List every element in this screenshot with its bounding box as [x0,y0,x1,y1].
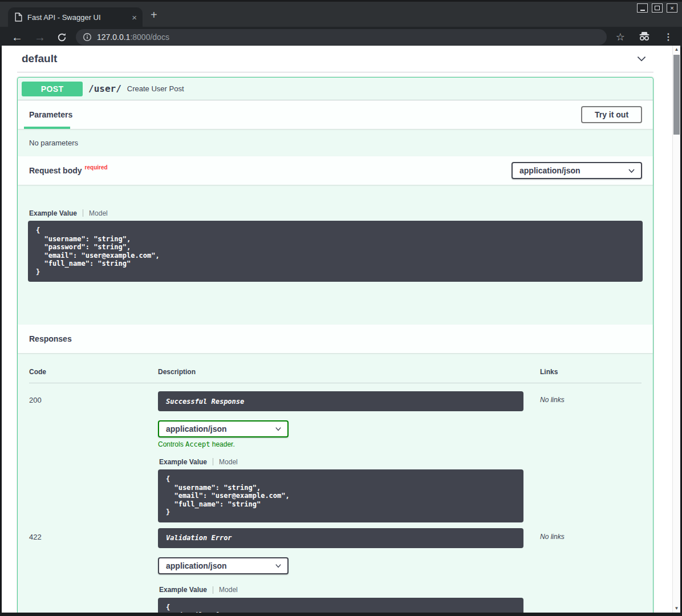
request-body-header: Request body required application/json [18,156,653,185]
response-code: 422 [29,528,158,613]
col-description: Description [158,368,540,376]
tab-model[interactable]: Model [89,209,108,217]
example-model-tabs: Example Value Model [158,457,540,466]
response-row-200: 200 Successful Response application/json… [29,383,642,522]
responses-header: Responses [18,325,653,353]
url-path: :8000/docs [130,33,169,42]
response-links: No links [540,528,642,613]
url-host: 127.0.0.1 [97,33,130,42]
response-description: Validation Error [158,528,523,548]
info-icon[interactable] [83,33,92,42]
responses-table: Code Description Links 200 Successful Re… [18,353,653,613]
request-example-code: { "username": "string", "password": "str… [28,221,643,282]
api-section-header[interactable]: default [17,48,653,72]
controls-code: Accept [185,440,210,448]
tab-example-value[interactable]: Example Value [159,458,207,466]
tab-model[interactable]: Model [219,458,238,466]
endpoint-summary: Create User Post [127,84,184,93]
scrollbar-thumb[interactable] [673,55,680,135]
opblock-summary[interactable]: POST /user/ Create User Post [18,78,653,100]
incognito-icon [638,31,651,43]
required-badge: required [85,164,108,171]
request-body-title: Request body [29,166,82,175]
scroll-down-icon[interactable]: ▼ [673,605,680,613]
response-description: Successful Response [158,391,523,411]
tab-parameters: Parameters [29,110,72,119]
response-media-type-value: application/json [166,561,227,570]
chevron-down-icon [275,425,282,432]
controls-suffix: header. [210,440,234,448]
bookmark-star-icon[interactable]: ☆ [616,32,625,42]
tab-example-value[interactable]: Example Value [29,209,77,217]
opblock-post-user: POST /user/ Create User Post Parameters … [17,77,653,613]
parameters-header: Parameters Try it out [18,100,653,129]
request-body-section: Example Value Model { "username": "strin… [18,185,653,325]
chevron-down-icon [628,167,635,175]
request-content-type-select[interactable]: application/json [511,162,642,179]
browser-window: × Fast API - Swagger UI × + ← → [0,0,682,616]
endpoint-path: /user/ [88,83,121,94]
response-links: No links [540,391,642,522]
close-button[interactable]: × [667,3,677,13]
page-scrollbar[interactable]: ▲ ▼ [672,46,680,613]
request-content-type-value: application/json [519,166,580,175]
page-icon [15,13,22,22]
col-links: Links [540,368,642,376]
response-description-cell: Validation Error application/json Exampl… [158,528,540,613]
url-bar[interactable]: 127.0.0.1:8000/docs [76,29,607,45]
response-description-cell: Successful Response application/json Con… [158,391,540,522]
response-row-422: 422 Validation Error application/json Ex… [29,522,642,613]
try-it-out-button[interactable]: Try it out [581,106,642,123]
example-model-tabs: Example Value Model [158,586,540,594]
tab-example-value[interactable]: Example Value [159,586,207,594]
response-200-example-code: { "username": "string", "email": "user@e… [158,469,523,522]
swagger-wrapper: default POST /user/ Create User Post Par… [2,48,672,613]
controls-prefix: Controls [158,440,185,448]
response-media-type-select[interactable]: application/json [158,557,289,574]
response-422-example-code: { "detail": [ [158,598,523,613]
tab-close-icon[interactable]: × [132,13,137,22]
reload-icon[interactable] [57,33,67,42]
section-title: default [22,51,57,66]
method-badge: POST [22,82,83,96]
url-text: 127.0.0.1:8000/docs [97,33,169,42]
scroll-up-icon[interactable]: ▲ [673,46,680,54]
minimize-icon [640,10,645,11]
tab-divider [213,586,213,594]
tab-title: Fast API - Swagger UI [27,13,127,22]
browser-toolbar: ← → 127.0.0.1:8000/docs ☆ [0,27,682,47]
maximize-button[interactable] [652,3,663,13]
controls-accept-note: Controls Accept header. [158,440,540,449]
response-media-type-select[interactable]: application/json [158,420,289,437]
browser-chrome: × Fast API - Swagger UI × + ← → [0,0,682,46]
tab-divider [83,209,83,217]
tab-divider [213,458,213,465]
close-icon: × [670,5,673,11]
window-bottom-edge [0,613,682,616]
active-tab-indicator [24,127,70,129]
forward-icon[interactable]: → [34,31,46,43]
swagger-page: default POST /user/ Create User Post Par… [2,46,672,613]
browser-tab[interactable]: Fast API - Swagger UI × [8,7,143,27]
maximize-icon [655,6,660,10]
new-tab-button[interactable]: + [151,9,157,21]
no-parameters-text: No parameters [18,129,653,156]
window-controls: × [637,3,677,13]
responses-table-head: Code Description Links [29,368,642,383]
chevron-down-icon[interactable] [635,52,648,65]
chevron-down-icon [275,562,282,569]
menu-kebab-icon[interactable]: ⋮ [664,33,673,42]
responses-title: Responses [29,334,72,343]
tab-model[interactable]: Model [219,586,238,594]
example-model-tabs: Example Value Model [28,209,643,217]
minimize-button[interactable] [637,3,648,13]
response-code: 200 [29,391,158,522]
col-code: Code [29,368,158,376]
response-media-type-value: application/json [166,424,227,433]
back-icon[interactable]: ← [11,31,23,43]
